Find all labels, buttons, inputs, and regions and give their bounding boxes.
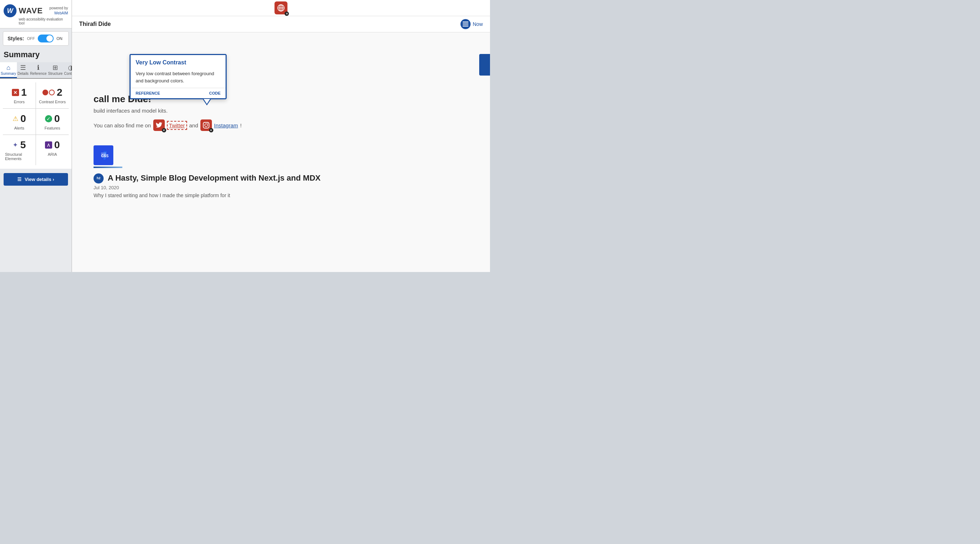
wave-logo: W bbox=[3, 4, 17, 17]
page-subtext: build interfaces and model kits. bbox=[94, 108, 468, 114]
globe-button[interactable]: ✕ bbox=[275, 2, 288, 14]
error-label: Errors bbox=[14, 100, 25, 104]
structure-icon: ⊞ bbox=[52, 64, 58, 71]
blog-date: Jul 10, 2020 bbox=[94, 185, 468, 190]
social-text: You can also find me on bbox=[94, 122, 151, 129]
css-underline bbox=[94, 167, 123, 168]
styles-row: Styles: OFF ON bbox=[3, 31, 69, 46]
wave-title: WAVE bbox=[19, 6, 43, 16]
svg-text:CSS: CSS bbox=[101, 154, 109, 158]
top-bar: ✕ bbox=[72, 0, 490, 16]
twitter-x-badge: ✕ bbox=[162, 128, 166, 132]
h2-tag: h2 bbox=[94, 173, 103, 183]
feature-icon: ✓ bbox=[45, 115, 52, 122]
stat-contrast-errors: 2 Contrast Errors bbox=[36, 83, 69, 108]
tooltip-arrow-inner bbox=[204, 99, 210, 104]
stats-panel: ✕ 1 Errors 2 Contrast Errors ⚠ 0 Alerts bbox=[0, 79, 72, 169]
styles-label: Styles: bbox=[8, 36, 24, 41]
alert-label: Alerts bbox=[14, 126, 24, 130]
stat-structural: ✦ 5 Structural Elements bbox=[3, 135, 36, 165]
svg-rect-0 bbox=[45, 142, 52, 148]
aria-label: ARIA bbox=[48, 152, 57, 156]
css-icon: CSS bbox=[94, 145, 113, 165]
summary-heading: Summary bbox=[0, 46, 72, 62]
css-section: CSS bbox=[94, 145, 468, 168]
svg-rect-8 bbox=[463, 25, 468, 27]
styles-toggle[interactable] bbox=[38, 35, 54, 43]
social-row: You can also find me on ✕ Twitter and ✕ … bbox=[94, 119, 468, 131]
feature-count: 0 bbox=[54, 113, 60, 124]
tooltip-title: Very Low Contrast bbox=[130, 55, 226, 68]
twitter-link[interactable]: Twitter bbox=[167, 121, 187, 130]
list-icon: ☰ bbox=[17, 177, 22, 182]
svg-point-10 bbox=[205, 124, 208, 127]
blue-block bbox=[479, 54, 490, 76]
view-details-button[interactable]: ☰ View details › bbox=[3, 173, 68, 186]
tooltip-code-link[interactable]: CODE bbox=[209, 91, 221, 95]
wave-header: W WAVE powered by WebAIM web accessibili… bbox=[0, 0, 72, 29]
twitter-icon-btn[interactable]: ✕ bbox=[153, 119, 165, 131]
structural-count: 5 bbox=[20, 139, 26, 151]
tooltip-reference-link[interactable]: REFERENCE bbox=[136, 91, 160, 95]
now-button[interactable]: Now bbox=[460, 19, 483, 29]
instagram-link[interactable]: Instagram bbox=[214, 122, 238, 129]
home-icon: ⌂ bbox=[6, 64, 10, 71]
tabs-row: ⌂ Summary ☰ Details ℹ Reference ⊞ Struct… bbox=[0, 62, 72, 79]
instagram-x-badge: ✕ bbox=[209, 128, 213, 132]
contrast-error-label: Contrast Errors bbox=[39, 100, 66, 104]
tooltip-footer: REFERENCE CODE bbox=[130, 88, 226, 98]
svg-point-11 bbox=[207, 123, 208, 124]
structural-label: Structural Elements bbox=[5, 152, 33, 161]
tab-summary[interactable]: ⌂ Summary bbox=[0, 62, 17, 78]
wave-subtitle: web accessibility evaluation tool bbox=[19, 17, 68, 25]
tab-reference[interactable]: ℹ Reference bbox=[29, 62, 47, 78]
stat-aria: 0 ARIA bbox=[36, 135, 69, 165]
tooltip-body: Very low contrast between foreground and… bbox=[130, 68, 226, 88]
alert-count: 0 bbox=[21, 113, 26, 124]
contrast-error-icon bbox=[43, 89, 55, 95]
globe-x-badge: ✕ bbox=[285, 11, 289, 16]
toggle-on-label: ON bbox=[56, 37, 63, 41]
right-panel: ✕ Thirafi Dide Now Very Low Contrast Ver… bbox=[72, 0, 490, 272]
stat-alerts: ⚠ 0 Alerts bbox=[3, 109, 36, 135]
aria-count: 0 bbox=[54, 139, 60, 151]
details-icon: ☰ bbox=[20, 64, 26, 71]
error-icon: ✕ bbox=[12, 89, 19, 96]
aria-icon bbox=[45, 142, 52, 149]
toggle-off-label: OFF bbox=[27, 37, 35, 41]
left-panel: W WAVE powered by WebAIM web accessibili… bbox=[0, 0, 72, 272]
social-and-text: and bbox=[189, 122, 198, 129]
feature-label: Features bbox=[45, 126, 60, 130]
tab-details[interactable]: ☰ Details bbox=[17, 62, 30, 78]
nav-bar: Thirafi Dide Now bbox=[72, 16, 490, 32]
structural-icon: ✦ bbox=[13, 141, 18, 149]
page-title: Thirafi Dide bbox=[79, 21, 111, 27]
instagram-icon-btn[interactable]: ✕ bbox=[200, 119, 212, 131]
powered-by: powered by WebAIM bbox=[49, 6, 68, 16]
svg-rect-7 bbox=[463, 24, 468, 25]
main-content: Very Low Contrast Very low contrast betw… bbox=[72, 32, 490, 272]
svg-rect-9 bbox=[203, 122, 209, 128]
blog-title: h2 A Hasty, Simple Blog Development with… bbox=[94, 173, 468, 183]
tooltip-popup: Very Low Contrast Very low contrast betw… bbox=[129, 54, 227, 99]
svg-rect-6 bbox=[463, 22, 468, 23]
stat-errors: ✕ 1 Errors bbox=[3, 83, 36, 108]
wave-logo-row: W WAVE bbox=[3, 4, 43, 17]
social-exclaim: ! bbox=[240, 122, 242, 129]
stat-features: ✓ 0 Features bbox=[36, 109, 69, 135]
contrast-error-count: 2 bbox=[57, 87, 63, 98]
alert-icon: ⚠ bbox=[13, 115, 18, 123]
info-icon: ℹ bbox=[37, 64, 40, 71]
webaim-link[interactable]: WebAIM bbox=[54, 11, 68, 15]
error-count: 1 bbox=[21, 87, 27, 98]
nav-list-icon bbox=[460, 19, 471, 29]
blog-description: Why I stared writing and how I made the … bbox=[94, 192, 468, 198]
tab-structure[interactable]: ⊞ Structure bbox=[48, 62, 64, 78]
